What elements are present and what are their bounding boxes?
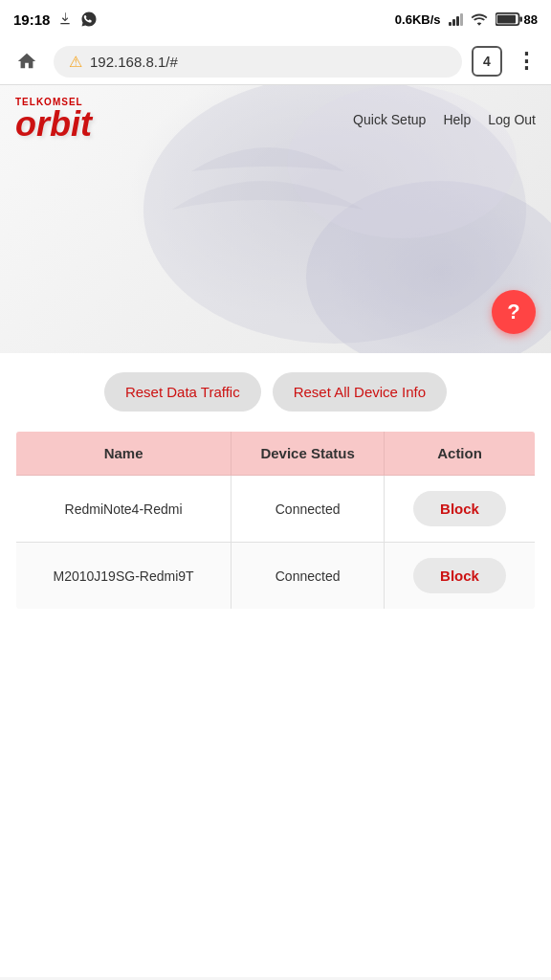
svg-rect-1 [496,15,515,24]
action-buttons-row: Reset Data Traffic Reset All Device Info [15,372,536,412]
whatsapp-icon [80,11,98,28]
reset-all-device-info-button[interactable]: Reset All Device Info [273,372,447,412]
table-header-row: Name Device Status Action [16,432,536,476]
table-header-action: Action [385,432,536,476]
device-action-cell: Block [385,476,536,543]
table-header-name: Name [16,432,231,476]
battery-level: 88 [524,12,538,27]
table-row: RedmiNote4-RedmiConnectedBlock [16,476,536,543]
device-status-cell: Connected [231,476,385,543]
device-name-cell: M2010J19SG-Redmi9T [16,543,231,610]
battery-icon [496,12,522,26]
home-button[interactable] [10,44,44,78]
brand: TELKOMSEL orbit [15,97,92,142]
page-nav: TELKOMSEL orbit Quick Setup Help Log Out [0,85,551,153]
block-button-0[interactable]: Block [413,491,506,526]
nav-links: Quick Setup Help Log Out [353,112,536,127]
table-header-device-status: Device Status [231,432,385,476]
quick-setup-link[interactable]: Quick Setup [353,112,426,127]
status-bar: 19:18 0.6KB/s 88 [0,0,551,38]
more-menu-button[interactable]: ⋮ [512,49,541,74]
battery-container: 88 [496,12,538,27]
browser-bar: ⚠ 192.168.8.1/# 4 ⋮ [0,38,551,85]
download-icon [57,11,73,27]
block-button-1[interactable]: Block [413,558,506,593]
tab-count-button[interactable]: 4 [472,46,502,77]
reset-data-traffic-button[interactable]: Reset Data Traffic [104,372,261,412]
page-content: TELKOMSEL orbit Quick Setup Help Log Out… [0,85,551,977]
svg-rect-2 [519,16,522,21]
orbit-label: orbit [15,107,92,142]
logout-link[interactable]: Log Out [488,112,536,127]
status-time: 19:18 [13,11,50,28]
device-table: Name Device Status Action RedmiNote4-Red… [15,431,536,610]
help-fab-button[interactable]: ? [492,290,536,334]
device-status-cell: Connected [231,543,385,610]
warning-icon: ⚠ [69,53,82,71]
url-bar[interactable]: ⚠ 192.168.8.1/# [54,46,462,78]
table-row: M2010J19SG-Redmi9TConnectedBlock [16,543,536,610]
url-text: 192.168.8.1/# [90,54,178,70]
device-action-cell: Block [385,543,536,610]
device-name-cell: RedmiNote4-Redmi [16,476,231,543]
network-speed: 0.6KB/s [395,12,441,27]
help-link[interactable]: Help [443,112,471,127]
status-right: 0.6KB/s 88 [395,12,538,27]
hero-section: TELKOMSEL orbit Quick Setup Help Log Out… [0,85,551,353]
signal-icon [449,12,463,26]
wifi-icon [471,12,488,26]
main-body: Reset Data Traffic Reset All Device Info… [0,353,551,629]
